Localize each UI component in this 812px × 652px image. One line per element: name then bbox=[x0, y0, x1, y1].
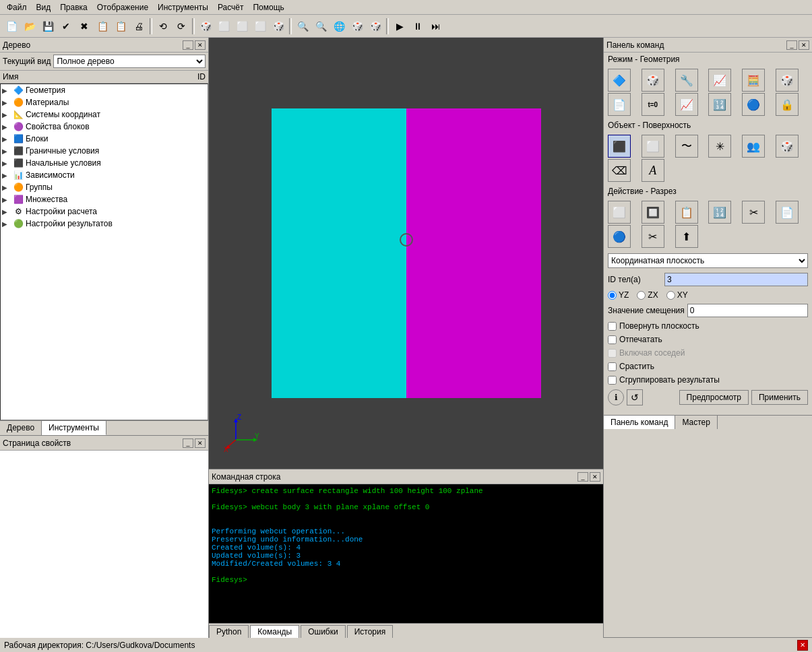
mode-icon-11[interactable]: 🔵 bbox=[742, 93, 765, 116]
toolbar-redo[interactable]: ⟳ bbox=[173, 18, 190, 35]
action-icon-3[interactable]: 📋 bbox=[675, 201, 698, 224]
cmdline-minimize-btn[interactable]: _ bbox=[577, 472, 588, 482]
toolbar-print[interactable]: 🖨 bbox=[130, 18, 148, 35]
checkbox-print[interactable]: Отпечатать bbox=[604, 333, 812, 346]
tab-tools[interactable]: Инструменты bbox=[42, 421, 106, 435]
action-icon-2[interactable]: 🔲 bbox=[642, 201, 664, 224]
toolbar-pause[interactable]: ⏸ bbox=[409, 18, 427, 35]
tab-errors[interactable]: Ошибки bbox=[301, 625, 346, 638]
toolbar-paste[interactable]: 📋 bbox=[112, 18, 129, 35]
action-icon-1[interactable]: ⬜ bbox=[608, 201, 631, 224]
radio-xy-input[interactable] bbox=[666, 291, 675, 300]
toolbar-zoom-in[interactable]: 🔍 bbox=[294, 18, 311, 35]
tab-command-panel[interactable]: Панель команд bbox=[604, 416, 675, 429]
tree-item-blocks[interactable]: ▶ 🟦 Блоки bbox=[1, 133, 208, 145]
right-panel-minimize[interactable]: _ bbox=[786, 40, 797, 50]
viewport-canvas[interactable]: Z Y X bbox=[209, 38, 603, 469]
object-icon-point[interactable]: ✳ bbox=[708, 135, 731, 158]
toolbar-front[interactable]: ⬜ bbox=[215, 18, 232, 35]
mode-icon-2[interactable]: 🎲 bbox=[642, 69, 664, 92]
mode-icon-9[interactable]: 📈 bbox=[675, 93, 698, 116]
mode-icon-10[interactable]: 🔢 bbox=[708, 93, 731, 116]
tree-item-results[interactable]: ▶ 🟢 Настройки результатов bbox=[1, 218, 208, 230]
offset-field-input[interactable] bbox=[687, 304, 808, 317]
action-icon-8[interactable]: ✂ bbox=[642, 225, 664, 248]
menu-display[interactable]: Отображение bbox=[93, 1, 152, 13]
toolbar-confirm[interactable]: ✔ bbox=[57, 18, 75, 35]
toolbar-mesh2[interactable]: 🎲 bbox=[367, 18, 384, 35]
action-icon-9[interactable]: ⬆ bbox=[675, 225, 698, 248]
tree-item-calc-settings[interactable]: ▶ ⚙ Настройки расчета bbox=[1, 205, 208, 218]
checkbox-group-results[interactable]: Сгруппировать результаты bbox=[604, 373, 812, 387]
refresh-button[interactable]: ↺ bbox=[627, 389, 643, 405]
radio-zx-input[interactable] bbox=[637, 291, 646, 300]
mode-icon-6[interactable]: 🎲 bbox=[776, 69, 799, 92]
action-icon-5[interactable]: ✂ bbox=[742, 201, 765, 224]
tree-item-boundary[interactable]: ▶ ⬛ Граничные условия bbox=[1, 145, 208, 157]
tree-item-sets[interactable]: ▶ 🟪 Множества bbox=[1, 193, 208, 205]
object-icon-body[interactable]: 🎲 bbox=[776, 135, 799, 158]
object-icon-curve[interactable]: 〜 bbox=[675, 135, 698, 158]
props-minimize-btn[interactable]: _ bbox=[183, 438, 193, 448]
tree-item-geometry[interactable]: ▶ 🔷 Геометрия bbox=[1, 84, 208, 96]
toolbar-new[interactable]: 📄 bbox=[3, 18, 20, 35]
menu-view[interactable]: Вид bbox=[32, 1, 55, 13]
id-field-input[interactable] bbox=[664, 273, 808, 286]
tab-master[interactable]: Мастер bbox=[675, 416, 718, 429]
tab-python[interactable]: Python bbox=[209, 625, 249, 638]
checkbox-group-results-input[interactable] bbox=[608, 376, 617, 385]
toolbar-open[interactable]: 📂 bbox=[21, 18, 38, 35]
tree-item-deps[interactable]: ▶ 📊 Зависимости bbox=[1, 169, 208, 181]
radio-yz-input[interactable] bbox=[608, 291, 617, 300]
toolbar-globe[interactable]: 🌐 bbox=[330, 18, 348, 35]
mode-icon-1[interactable]: 🔷 bbox=[608, 69, 631, 92]
status-close-btn[interactable]: ✕ bbox=[797, 640, 808, 651]
checkbox-rotate-plane-input[interactable] bbox=[608, 322, 617, 331]
right-panel-close[interactable]: ✕ bbox=[799, 40, 809, 50]
info-button[interactable]: ℹ bbox=[608, 389, 624, 405]
tab-history[interactable]: История bbox=[347, 625, 394, 638]
tree-close-btn[interactable]: ✕ bbox=[195, 40, 206, 50]
menu-calculate[interactable]: Расчёт bbox=[214, 1, 248, 13]
object-icon-group[interactable]: 👥 bbox=[742, 135, 765, 158]
cmdline-close-btn[interactable]: ✕ bbox=[590, 472, 600, 482]
mode-icon-4[interactable]: 📈 bbox=[708, 69, 731, 92]
toolbar-iso[interactable]: 🎲 bbox=[270, 18, 287, 35]
toolbar-save[interactable]: 💾 bbox=[39, 18, 57, 35]
mode-icon-3[interactable]: 🔧 bbox=[675, 69, 698, 92]
mode-icon-7[interactable]: 📄 bbox=[608, 93, 631, 116]
coord-plane-dropdown[interactable]: Координатная плоскостьПроизвольная плоск… bbox=[608, 253, 808, 268]
action-icon-7[interactable]: 🔵 bbox=[608, 225, 631, 248]
toolbar-3d-view[interactable]: 🎲 bbox=[197, 18, 214, 35]
current-view-select[interactable]: Полное деревоУпрощённое дерево bbox=[53, 55, 206, 68]
tree-item-coords[interactable]: ▶ 📐 Системы координат bbox=[1, 108, 208, 121]
tree-minimize-btn[interactable]: _ bbox=[183, 40, 193, 50]
action-icon-4[interactable]: 🔢 bbox=[708, 201, 731, 224]
tab-commands[interactable]: Команды bbox=[250, 625, 299, 638]
radio-yz[interactable]: YZ bbox=[608, 290, 629, 300]
cmdline-content[interactable]: Fidesys> create surface rectangle width … bbox=[209, 484, 603, 623]
menu-tools[interactable]: Инструменты bbox=[154, 1, 212, 13]
menu-help[interactable]: Помощь bbox=[249, 1, 288, 13]
toolbar-run[interactable]: ▶ bbox=[391, 18, 408, 35]
object-icon-surface[interactable]: ⬜ bbox=[642, 135, 664, 158]
radio-zx[interactable]: ZX bbox=[637, 290, 658, 300]
tree-item-block-props[interactable]: ▶ 🟣 Свойства блоков bbox=[1, 121, 208, 133]
mode-icon-5[interactable]: 🧮 bbox=[742, 69, 765, 92]
radio-xy[interactable]: XY bbox=[666, 290, 688, 300]
preview-button[interactable]: Предпросмотр bbox=[679, 390, 749, 405]
checkbox-print-input[interactable] bbox=[608, 335, 617, 344]
toolbar-stop[interactable]: ⏭ bbox=[427, 18, 445, 35]
toolbar-cancel-op[interactable]: ✖ bbox=[75, 18, 93, 35]
toolbar-side[interactable]: ⬜ bbox=[233, 18, 251, 35]
apply-button[interactable]: Применить bbox=[751, 390, 808, 405]
object-icon-volume[interactable]: ⬛ bbox=[608, 135, 631, 158]
checkbox-merge[interactable]: Срастить bbox=[604, 360, 812, 373]
object-icon-eraser[interactable]: ⌫ bbox=[608, 159, 631, 182]
checkbox-rotate-plane[interactable]: Повернуть плоскость bbox=[604, 319, 812, 333]
mode-icon-12[interactable]: 🔒 bbox=[776, 93, 799, 116]
props-close-btn[interactable]: ✕ bbox=[195, 438, 206, 448]
menu-edit[interactable]: Правка bbox=[56, 1, 92, 13]
tab-tree[interactable]: Дерево bbox=[0, 421, 42, 435]
toolbar-undo[interactable]: ⟲ bbox=[154, 18, 172, 35]
